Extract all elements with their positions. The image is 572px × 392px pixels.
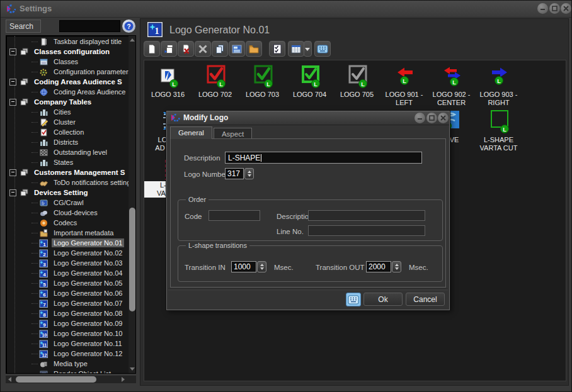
tree-item[interactable]: CG/Crawl bbox=[6, 198, 127, 208]
virtual-keyboard-button[interactable] bbox=[346, 293, 361, 306]
tab-aspect[interactable]: Aspect bbox=[214, 128, 252, 139]
cancel-button[interactable]: Cancel bbox=[406, 293, 445, 306]
tree-item[interactable]: Taskbar displayed title bbox=[6, 36, 127, 47]
line-no-field[interactable] bbox=[308, 225, 425, 236]
copy-page-button[interactable] bbox=[161, 41, 177, 57]
tree-item[interactable]: Codecs bbox=[6, 218, 127, 228]
scroll-left-icon[interactable] bbox=[8, 377, 11, 382]
tree-collapse-icon[interactable] bbox=[9, 48, 16, 55]
logo-item[interactable]: LLOGO 703 bbox=[239, 63, 286, 99]
tree-item[interactable]: Cities bbox=[6, 107, 127, 117]
scroll-up-icon[interactable] bbox=[130, 38, 135, 42]
tree-item[interactable]: Classes configuration bbox=[6, 47, 127, 57]
new-button[interactable] bbox=[144, 41, 160, 57]
grid-form-button[interactable] bbox=[229, 41, 245, 57]
dialog-close-button[interactable] bbox=[438, 113, 449, 123]
tree-item[interactable]: 5Logo Generator No.05 bbox=[6, 278, 127, 288]
tree-item[interactable]: Important metadata bbox=[6, 228, 127, 238]
tree-collapse-icon[interactable] bbox=[9, 189, 16, 196]
scrollbar-thumb[interactable] bbox=[16, 376, 96, 383]
tree-item[interactable]: States bbox=[6, 157, 127, 167]
spinner-buttons[interactable] bbox=[392, 261, 401, 272]
spin-down-icon[interactable] bbox=[395, 267, 399, 270]
tree-collapse-icon[interactable] bbox=[9, 169, 16, 176]
tree-item[interactable]: 4Logo Generator No.04 bbox=[6, 268, 127, 278]
dialog-titlebar[interactable]: Modify Logo bbox=[167, 111, 449, 125]
transition-in-value[interactable]: 1000 bbox=[231, 261, 256, 272]
logo-item[interactable]: LLOGO 902 -CENTER bbox=[428, 63, 475, 107]
order-description-field[interactable] bbox=[308, 210, 425, 221]
tree-item[interactable]: Outstanding level bbox=[6, 147, 127, 157]
tree-item[interactable]: 3Logo Generator No.03 bbox=[6, 258, 127, 268]
tree-item[interactable]: 12Logo Generator No.12 bbox=[6, 349, 127, 359]
tree-collapse-icon[interactable] bbox=[9, 99, 16, 106]
tree-item[interactable]: 1Logo Generator No.01 bbox=[6, 238, 127, 248]
folder-button[interactable] bbox=[246, 41, 262, 57]
tree-item[interactable]: Districts bbox=[6, 137, 127, 147]
spin-down-icon[interactable] bbox=[248, 174, 251, 177]
maximize-button[interactable] bbox=[549, 3, 560, 14]
spin-up-icon[interactable] bbox=[260, 264, 264, 266]
logo-item[interactable]: LLOGO 702 bbox=[192, 63, 239, 99]
tree-item[interactable]: Configuration parameters bbox=[6, 67, 127, 77]
tree-item[interactable]: Cluster bbox=[6, 117, 127, 127]
tree-item[interactable]: 9Logo Generator No.09 bbox=[6, 318, 127, 328]
window-titlebar[interactable]: Settings bbox=[1, 1, 571, 18]
logo-item[interactable]: LLOGO 901 -LEFT bbox=[380, 63, 428, 107]
code-field[interactable] bbox=[209, 210, 260, 221]
logo-item[interactable]: LLOGO 704 bbox=[286, 63, 333, 99]
logo-item[interactable]: LLOGO 903 -RIGHT bbox=[475, 63, 522, 107]
tree-vertical-scrollbar[interactable] bbox=[129, 36, 136, 373]
scroll-down-icon[interactable] bbox=[130, 367, 135, 371]
tree-item[interactable]: Customers Management S bbox=[6, 167, 127, 177]
tree-collapse-icon[interactable] bbox=[9, 79, 16, 86]
spinner-buttons[interactable] bbox=[244, 168, 254, 179]
tree-item[interactable]: Company Tables bbox=[6, 97, 127, 107]
spin-up-icon[interactable] bbox=[248, 171, 251, 173]
transition-out-stepper[interactable]: 2000 bbox=[366, 261, 401, 272]
logo-item[interactable]: LLOGO 705 bbox=[333, 63, 380, 99]
logo-item[interactable]: LL-SHAPEVARTA CUT bbox=[475, 108, 522, 152]
tree-item[interactable]: Coding Areas Audience bbox=[6, 87, 127, 97]
tree-item[interactable]: 7Logo Generator No.07 bbox=[6, 298, 127, 308]
tab-general[interactable]: General bbox=[170, 126, 212, 139]
logo-number-stepper[interactable]: 317 bbox=[225, 168, 254, 179]
tree-item[interactable]: Coding Areas Audience S bbox=[6, 77, 127, 87]
cut-x-button[interactable] bbox=[195, 41, 211, 57]
copy2-button[interactable] bbox=[212, 41, 228, 57]
keyboard-button[interactable] bbox=[314, 41, 331, 57]
spin-up-icon[interactable] bbox=[395, 264, 399, 266]
tree-item[interactable]: 11Logo Generator No.11 bbox=[6, 339, 127, 349]
scrollbar-thumb[interactable] bbox=[129, 208, 135, 311]
ok-button[interactable]: Ok bbox=[363, 293, 403, 306]
logo-number-value[interactable]: 317 bbox=[225, 168, 244, 179]
tree-item[interactable]: Media type bbox=[6, 359, 127, 369]
tree-item[interactable]: 2Logo Generator No.02 bbox=[6, 248, 127, 258]
dialog-maximize-button[interactable] bbox=[426, 113, 437, 123]
delete-page-button[interactable] bbox=[178, 41, 194, 57]
dialog-minimize-button[interactable] bbox=[415, 113, 425, 123]
tree-item[interactable]: 6Logo Generator No.06 bbox=[6, 288, 127, 298]
transition-out-value[interactable]: 2000 bbox=[366, 261, 391, 272]
tree-item[interactable]: Render Object List bbox=[6, 369, 127, 374]
logo-item[interactable]: LLOGO 316 bbox=[144, 63, 192, 99]
minimize-button[interactable] bbox=[537, 3, 548, 14]
transition-in-stepper[interactable]: 1000 bbox=[231, 261, 266, 272]
description-field[interactable]: L-SHAPE bbox=[225, 152, 422, 164]
search-input[interactable] bbox=[59, 20, 120, 32]
tree-horizontal-scrollbar[interactable] bbox=[6, 376, 136, 383]
caret-down-button[interactable] bbox=[304, 41, 312, 57]
tree-item[interactable]: Collection bbox=[6, 127, 127, 137]
tree-item[interactable]: Cloud-devices bbox=[6, 208, 127, 218]
tree-item[interactable]: Devices Setting bbox=[6, 188, 127, 198]
tree-item[interactable]: ToDo notifications settings bbox=[6, 177, 127, 188]
tree-item[interactable]: 10Logo Generator No.10 bbox=[6, 328, 127, 339]
help-button[interactable]: ? bbox=[122, 20, 135, 33]
spin-down-icon[interactable] bbox=[260, 267, 264, 270]
close-button[interactable] bbox=[561, 3, 571, 14]
scroll-right-icon[interactable] bbox=[122, 377, 125, 382]
spinner-buttons[interactable] bbox=[257, 261, 266, 272]
tree-item[interactable]: 8Logo Generator No.08 bbox=[6, 308, 127, 318]
checklist-button[interactable] bbox=[269, 41, 285, 57]
tree-item[interactable]: Classes bbox=[6, 57, 127, 67]
